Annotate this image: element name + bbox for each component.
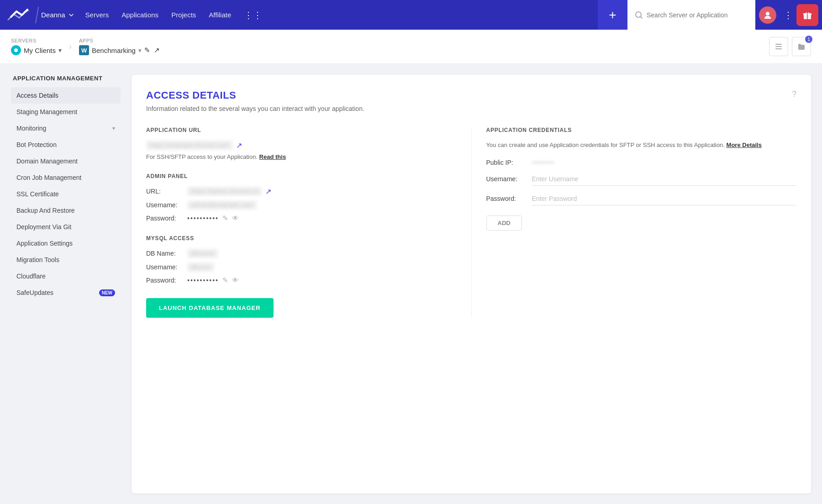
add-button[interactable]: + <box>598 0 627 30</box>
admin-password-icons: ✎ 👁 <box>222 214 239 222</box>
sidebar-menu: Access Details Staging Management Monito… <box>11 87 121 301</box>
chevron-down-icon: ▾ <box>112 125 115 131</box>
cred-username-row: Username: <box>486 173 797 186</box>
app-url-heading: APPLICATION URL <box>146 127 457 133</box>
sidebar-item-cron-job-management[interactable]: Cron Job Management <box>11 169 121 186</box>
app-selector: W Benchmarking ▾ ✎ ↗ <box>79 45 160 55</box>
mysql-section: MYSQL ACCESS DB Name: dbname Username: d… <box>146 235 457 318</box>
sidebar-item-safeupdates[interactable]: SafeUpdates NEW <box>11 284 121 301</box>
sidebar-item-application-settings[interactable]: Application Settings <box>11 235 121 252</box>
new-badge: NEW <box>99 289 115 296</box>
db-password-icons: ✎ 👁 <box>222 276 239 284</box>
sidebar-item-domain-management[interactable]: Domain Management <box>11 153 121 169</box>
grid-icon[interactable]: ⋮⋮ <box>244 10 262 21</box>
admin-panel-heading: ADMIN PANEL <box>146 173 457 179</box>
app-url-value: https://example.blurred.com <box>146 141 232 150</box>
db-username-value: dbuser <box>187 262 214 272</box>
external-link-icon[interactable]: ↗ <box>154 46 160 54</box>
mysql-heading: MYSQL ACCESS <box>146 235 457 242</box>
folder-icon <box>797 42 806 51</box>
gift-button[interactable] <box>796 4 818 26</box>
panel-title-area: ACCESS DETAILS Information related to th… <box>146 89 364 127</box>
sidebar-item-monitoring[interactable]: Monitoring ▾ <box>11 120 121 136</box>
db-password-row: Password: •••••••••• ✎ 👁 <box>146 276 457 284</box>
edit-password-icon[interactable]: ✎ <box>222 214 228 222</box>
launch-database-manager-button[interactable]: LAUNCH DATABASE MANAGER <box>146 298 274 318</box>
admin-url-value: https://admin.blurred.url <box>187 187 262 196</box>
app-chevron-icon[interactable]: ▾ <box>138 47 142 54</box>
user-menu[interactable]: Deanna <box>41 11 74 19</box>
section-left: APPLICATION URL https://example.blurred.… <box>146 127 457 318</box>
cred-username-label: Username: <box>486 175 532 183</box>
admin-username-label: Username: <box>146 201 187 209</box>
list-view-button[interactable] <box>769 37 788 56</box>
top-navigation: Deanna Servers Applications Projects Aff… <box>0 0 822 30</box>
app-name: Benchmarking <box>92 47 136 54</box>
sidebar: Application Management Access Details St… <box>11 75 121 493</box>
app-url-external-link-icon[interactable]: ↗ <box>236 141 242 150</box>
search-area <box>627 0 755 30</box>
admin-panel-section: ADMIN PANEL URL: https://admin.blurred.u… <box>146 173 457 222</box>
ssh-note: For SSH/SFTP access to your Application.… <box>146 153 457 160</box>
nav-link-affiliate[interactable]: Affiliate <box>209 11 231 19</box>
wordpress-icon: W <box>79 45 89 55</box>
show-db-password-icon[interactable]: 👁 <box>232 276 239 284</box>
panel-title: ACCESS DETAILS <box>146 89 364 101</box>
sidebar-item-deployment-git[interactable]: Deployment Via Git <box>11 219 121 235</box>
admin-password-row: Password: •••••••••• ✎ 👁 <box>146 214 457 222</box>
sidebar-item-bot-protection[interactable]: Bot Protection <box>11 136 121 153</box>
read-this-link[interactable]: Read this <box>259 153 286 160</box>
sidebar-item-ssl-certificate[interactable]: SSL Certificate <box>11 186 121 202</box>
edit-db-password-icon[interactable]: ✎ <box>222 276 228 284</box>
sidebar-item-cloudflare[interactable]: Cloudflare <box>11 268 121 284</box>
admin-password-label: Password: <box>146 215 187 222</box>
folder-view-button[interactable]: 1 <box>792 37 811 56</box>
sections-row: APPLICATION URL https://example.blurred.… <box>146 127 796 318</box>
app-action-icons: ✎ ↗ <box>144 46 160 54</box>
view-controls: 1 <box>769 37 811 56</box>
sidebar-item-staging-management[interactable]: Staging Management <box>11 104 121 120</box>
panel-subtitle: Information related to the several ways … <box>146 105 364 112</box>
help-icon[interactable]: ? <box>792 89 796 99</box>
topnav-right: + ⋮ <box>598 0 822 30</box>
nav-link-servers[interactable]: Servers <box>85 11 109 19</box>
show-password-icon[interactable]: 👁 <box>232 214 239 222</box>
nav-link-projects[interactable]: Projects <box>171 11 196 19</box>
list-icon <box>775 42 783 51</box>
db-name-label: DB Name: <box>146 250 187 257</box>
cred-password-input[interactable] <box>532 192 797 205</box>
sidebar-item-backup-restore[interactable]: Backup And Restore <box>11 202 121 219</box>
user-name: Deanna <box>41 11 65 19</box>
svg-point-5 <box>14 48 18 52</box>
breadcrumb-arrow-icon: › <box>69 42 72 52</box>
svg-point-0 <box>636 12 641 17</box>
svg-rect-8 <box>775 48 782 49</box>
admin-url-external-link-icon[interactable]: ↗ <box>265 187 271 196</box>
servers-label: Servers <box>11 38 62 43</box>
apps-label: Apps <box>79 38 160 43</box>
cred-username-input[interactable] <box>532 173 797 186</box>
more-details-link[interactable]: More Details <box>727 142 762 148</box>
search-input[interactable] <box>647 11 738 19</box>
nav-divider <box>35 7 39 23</box>
nav-link-applications[interactable]: Applications <box>121 11 158 19</box>
logo[interactable] <box>7 7 29 23</box>
main-content: Application Management Access Details St… <box>0 64 822 504</box>
svg-rect-6 <box>775 44 782 45</box>
db-username-row: Username: dbuser <box>146 262 457 272</box>
admin-url-label: URL: <box>146 188 187 195</box>
avatar[interactable] <box>759 6 776 24</box>
section-right: APPLICATION CREDENTIALS You can create a… <box>471 127 797 318</box>
sidebar-item-migration-tools[interactable]: Migration Tools <box>11 252 121 268</box>
nav-links: Servers Applications Projects Affiliate … <box>85 10 598 21</box>
sidebar-item-access-details[interactable]: Access Details <box>11 87 121 104</box>
db-username-label: Username: <box>146 263 187 271</box>
server-selector[interactable]: My Clients ▾ <box>11 45 62 55</box>
edit-icon[interactable]: ✎ <box>144 46 150 54</box>
add-credentials-button[interactable]: ADD <box>486 215 522 231</box>
public-ip-value: •••••••••• <box>532 159 554 166</box>
folder-badge-count: 1 <box>805 36 812 43</box>
panel-header: ACCESS DETAILS Information related to th… <box>146 89 796 127</box>
public-ip-row: Public IP: •••••••••• <box>486 159 797 166</box>
more-options-icon[interactable]: ⋮ <box>784 10 793 21</box>
